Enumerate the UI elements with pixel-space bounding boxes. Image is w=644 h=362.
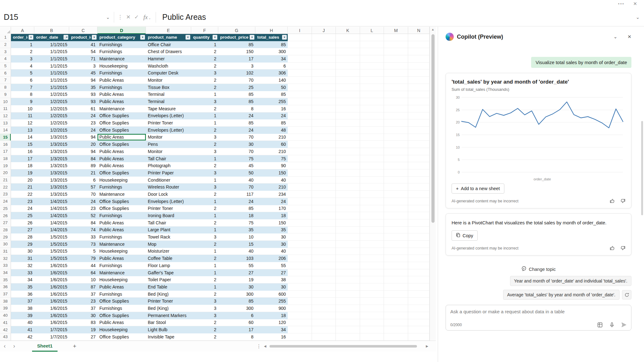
cell-J18[interactable] (312, 155, 336, 162)
cell-L24[interactable] (360, 198, 384, 205)
cell-A6[interactable]: 5 (11, 69, 34, 77)
cell-B41[interactable]: 1/6/2015 (34, 319, 69, 326)
cell-C42[interactable]: 19 (69, 326, 97, 333)
column-header-K[interactable]: K (336, 27, 360, 34)
cell-I6[interactable] (288, 69, 312, 77)
cell-I28[interactable] (288, 227, 312, 234)
cell-C7[interactable]: 94 (69, 77, 97, 84)
column-header-A[interactable]: A (11, 27, 34, 34)
cell-H33[interactable]: 55 (255, 262, 288, 269)
next-sheet-button[interactable]: › (9, 343, 19, 349)
cell-H10[interactable]: 255 (255, 98, 288, 105)
cell-B14[interactable]: 1/2/2015 (34, 127, 69, 134)
cell-K39[interactable] (336, 305, 360, 312)
cell-G22[interactable]: 70 (218, 184, 255, 191)
cell-K30[interactable] (336, 241, 360, 248)
cell-K2[interactable] (336, 41, 360, 48)
cell-K11[interactable] (336, 105, 360, 112)
cell-A13[interactable]: 12 (11, 119, 34, 127)
cell-F42[interactable]: 2 (191, 326, 218, 333)
cell-C5[interactable]: 3 (69, 63, 97, 70)
cell-N34[interactable] (408, 269, 430, 277)
cell-F12[interactable]: 1 (191, 112, 218, 120)
cell-L19[interactable] (360, 162, 384, 169)
cell-M1[interactable] (384, 34, 408, 41)
cell-E12[interactable]: Envelopes (Letter) (146, 112, 191, 120)
filter-icon[interactable]: ↓▾ (64, 35, 68, 40)
cell-B23[interactable]: 1/3/2015 (34, 191, 69, 198)
cell-K42[interactable] (336, 326, 360, 333)
cell-C14[interactable]: 24 (69, 127, 97, 134)
table-header-product_price[interactable]: product_price▾ (218, 34, 255, 41)
cell-K43[interactable] (336, 333, 360, 341)
cell-B11[interactable]: 1/2/2015 (34, 105, 69, 112)
cell-J42[interactable] (312, 326, 336, 333)
cell-K1[interactable] (336, 34, 360, 41)
cell-E16[interactable]: Pens (146, 141, 191, 148)
cell-A32[interactable]: 31 (11, 255, 34, 262)
column-header-E[interactable]: E (146, 27, 191, 34)
cell-A10[interactable]: 9 (11, 98, 34, 105)
cell-N9[interactable] (408, 91, 430, 98)
cell-C40[interactable]: 30 (69, 312, 97, 319)
cell-G38[interactable]: 85 (218, 298, 255, 305)
cell-E40[interactable]: Permanent Markers (146, 312, 191, 319)
cell-M16[interactable] (384, 141, 408, 148)
cell-L22[interactable] (360, 184, 384, 191)
cell-B34[interactable]: 1/6/2015 (34, 269, 69, 277)
cell-A39[interactable]: 38 (11, 305, 34, 312)
suggestion-chip[interactable]: Year and month of 'order_date' and indiv… (510, 276, 631, 286)
cell-L11[interactable] (360, 105, 384, 112)
cell-D23[interactable]: Maintenance (97, 191, 146, 198)
cell-N17[interactable] (408, 148, 430, 155)
cell-I25[interactable] (288, 205, 312, 212)
cell-L40[interactable] (360, 312, 384, 319)
cell-E33[interactable]: Floor Lamp (146, 262, 191, 269)
mic-icon[interactable] (609, 322, 615, 328)
cell-J31[interactable] (312, 248, 336, 255)
row-header-39[interactable]: 39 (0, 305, 11, 312)
cell-H38[interactable]: 255 (255, 298, 288, 305)
cell-E27[interactable]: Tall Chair (146, 219, 191, 227)
row-header-1[interactable]: 1 (0, 34, 11, 41)
cell-A20[interactable]: 19 (11, 169, 34, 177)
cell-D13[interactable]: Office Supplies (97, 119, 146, 127)
cell-D12[interactable]: Office Supplies (97, 112, 146, 120)
cell-C36[interactable]: 87 (69, 283, 97, 291)
cell-E9[interactable]: Terminal (146, 91, 191, 98)
cell-F26[interactable]: 1 (191, 212, 218, 219)
cell-F39[interactable]: 3 (191, 305, 218, 312)
column-header-N[interactable]: N (408, 27, 430, 34)
cell-B28[interactable]: 1/4/2015 (34, 227, 69, 234)
cell-J37[interactable] (312, 291, 336, 298)
table-header-order_id[interactable]: order_id▾ (11, 34, 34, 41)
cell-L25[interactable] (360, 205, 384, 212)
cell-H2[interactable]: 85 (255, 41, 288, 48)
cell-B15[interactable]: 1/3/2015 (34, 134, 69, 141)
cell-H24[interactable]: 24 (255, 198, 288, 205)
cell-N5[interactable] (408, 63, 430, 70)
column-header-F[interactable]: F (191, 27, 218, 34)
cell-H3[interactable]: 300 (255, 48, 288, 55)
cell-M42[interactable] (384, 326, 408, 333)
cell-H35[interactable]: 38 (255, 276, 288, 283)
cell-A15[interactable]: 14 (11, 134, 34, 141)
cell-E23[interactable]: Door Lock (146, 191, 191, 198)
cell-D11[interactable]: Maintenance (97, 105, 146, 112)
cell-E41[interactable]: Bar Stool (146, 319, 191, 326)
cell-D14[interactable]: Office Supplies (97, 127, 146, 134)
cell-A24[interactable]: 23 (11, 198, 34, 205)
cell-G42[interactable]: 17 (218, 326, 255, 333)
cell-D9[interactable]: Public Areas (97, 91, 146, 98)
filter-icon[interactable]: ▾ (250, 35, 254, 40)
cell-I15[interactable] (288, 134, 312, 141)
row-header-5[interactable]: 5 (0, 63, 11, 70)
cell-N42[interactable] (408, 326, 430, 333)
cell-H14[interactable]: 48 (255, 127, 288, 134)
cell-N26[interactable] (408, 212, 430, 219)
cell-H23[interactable]: 234 (255, 191, 288, 198)
cell-F19[interactable]: 2 (191, 162, 218, 169)
cell-L1[interactable] (360, 34, 384, 41)
cell-C19[interactable]: 89 (69, 162, 97, 169)
cell-B5[interactable]: 1/1/2015 (34, 63, 69, 70)
